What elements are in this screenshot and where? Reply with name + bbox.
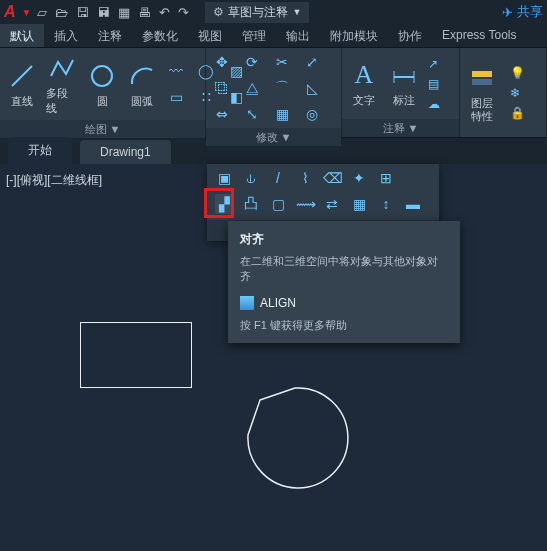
- panel-modify: ✥ ⟳ ✂ ⤢ ⿻ ⧋ ⌒ ◺ ⇔ ⤡ ▦ ◎ 修改 ▼: [206, 48, 342, 137]
- text-icon: A: [348, 59, 380, 91]
- join-icon[interactable]: ⫝: [242, 170, 260, 186]
- stretch-icon[interactable]: ⇔: [212, 104, 232, 124]
- rotate-icon[interactable]: ⟳: [242, 52, 262, 72]
- arc-label: 圆弧: [131, 94, 153, 109]
- tab-view[interactable]: 视图: [188, 24, 232, 47]
- tab-output[interactable]: 输出: [276, 24, 320, 47]
- viewport-label[interactable]: [-][俯视][二维线框]: [6, 172, 102, 189]
- edit-hatch-icon[interactable]: ⇄: [323, 196, 341, 212]
- circle-icon: [86, 60, 118, 92]
- tooltip-description: 在二维和三维空间中将对象与其他对象对齐: [240, 254, 448, 284]
- panel-layers: 图层 特性 💡 ❄ 🔒: [460, 48, 547, 137]
- arc-icon: [126, 60, 158, 92]
- tab-parametric[interactable]: 参数化: [132, 24, 188, 47]
- web-icon[interactable]: ▦: [118, 5, 130, 20]
- save-icon[interactable]: 🖫: [76, 5, 89, 20]
- open-icon[interactable]: 🗁: [55, 5, 68, 20]
- edit-polyline-icon[interactable]: ▢: [269, 196, 287, 212]
- panel-modify-title[interactable]: 修改 ▼: [206, 128, 341, 146]
- spline-icon[interactable]: 〰: [166, 61, 186, 81]
- tab-insert[interactable]: 插入: [44, 24, 88, 47]
- tab-express[interactable]: Express Tools: [432, 24, 526, 47]
- share-button[interactable]: ✈ 共享: [502, 3, 543, 21]
- tab-manage[interactable]: 管理: [232, 24, 276, 47]
- line-button[interactable]: 直线: [6, 60, 38, 109]
- table-icon[interactable]: ▤: [428, 77, 440, 91]
- cloud-icon[interactable]: ☁: [428, 97, 440, 111]
- tab-collab[interactable]: 协作: [388, 24, 432, 47]
- tooltip: 对齐 在二维和三维空间中将对象与其他对象对齐 ALIGN 按 F1 键获得更多帮…: [228, 221, 460, 343]
- align-command-icon: [240, 296, 254, 310]
- edit-spline-icon[interactable]: ⟿: [296, 196, 314, 212]
- layer-bulb-icon[interactable]: 💡: [510, 66, 525, 80]
- explode-icon[interactable]: ✦: [350, 170, 368, 186]
- edit-array-icon[interactable]: ▦: [350, 196, 368, 212]
- rect-icon[interactable]: ▭: [166, 87, 186, 107]
- lengthen-icon[interactable]: 凸: [242, 195, 260, 213]
- plot-icon[interactable]: 🖶: [138, 5, 151, 20]
- drawn-rectangle[interactable]: [80, 322, 192, 388]
- offset-icon[interactable]: ◎: [302, 104, 322, 124]
- layerprops-button[interactable]: 图层 特性: [466, 63, 498, 121]
- tab-default[interactable]: 默认: [0, 24, 44, 47]
- draworder-icon[interactable]: ▬: [404, 196, 422, 212]
- breakpoint-icon[interactable]: ⌇: [296, 170, 314, 186]
- setbase-icon[interactable]: ▣: [215, 170, 233, 186]
- layer-freeze-icon[interactable]: ❄: [510, 86, 525, 100]
- app-menu-arrow[interactable]: ▼: [22, 7, 32, 18]
- undo-icon[interactable]: ↶: [159, 5, 170, 20]
- chamfer-icon[interactable]: ◺: [302, 78, 322, 98]
- align-icon[interactable]: ▞: [215, 194, 233, 214]
- dimension-icon: [388, 59, 420, 91]
- line-icon: [6, 60, 38, 92]
- polyline-button[interactable]: 多段线: [46, 52, 78, 116]
- svg-rect-5: [472, 71, 492, 77]
- erase-icon[interactable]: ⌫: [323, 170, 341, 186]
- layerprops-icon: [466, 63, 498, 95]
- chevron-down-icon: ▼: [292, 7, 301, 17]
- ribbon-tabs: 默认 插入 注释 参数化 视图 管理 输出 附加模块 协作 Express To…: [0, 24, 547, 48]
- text-button[interactable]: A 文字: [348, 59, 380, 108]
- saveas-icon[interactable]: 🖬: [97, 5, 110, 20]
- title-bar: A ▼ ▱ 🗁 🖫 🖬 ▦ 🖶 ↶ ↷ ⚙ 草图与注释 ▼ ✈ 共享: [0, 0, 547, 24]
- drawing-viewport[interactable]: [-][俯视][二维线框] ▣ ⫝ / ⌇ ⌫ ✦ ⊞ ▞ 凸 ▢ ⟿ ⇄ ▦ …: [0, 164, 547, 551]
- tooltip-title: 对齐: [240, 231, 448, 248]
- new-icon[interactable]: ▱: [37, 5, 47, 20]
- dimension-label: 标注: [393, 93, 415, 108]
- array-icon[interactable]: ▦: [272, 104, 292, 124]
- drawn-blob-shape[interactable]: [240, 380, 350, 490]
- leader-icon[interactable]: ↗: [428, 57, 440, 71]
- quick-access-toolbar: ▱ 🗁 🖫 🖬 ▦ 🖶 ↶ ↷: [37, 5, 189, 20]
- fillet-icon[interactable]: ⌒: [272, 78, 292, 98]
- extend-icon[interactable]: ⤢: [302, 52, 322, 72]
- app-logo: A: [4, 3, 16, 21]
- dimension-button[interactable]: 标注: [388, 59, 420, 108]
- tab-annotate[interactable]: 注释: [88, 24, 132, 47]
- layer-lock-icon[interactable]: 🔒: [510, 106, 525, 120]
- overkill-icon[interactable]: ⊞: [377, 170, 395, 186]
- doc-tab-drawing[interactable]: Drawing1: [80, 140, 171, 164]
- redo-icon[interactable]: ↷: [178, 5, 189, 20]
- break-icon[interactable]: /: [269, 170, 287, 186]
- mirror-icon[interactable]: ⧋: [242, 78, 262, 98]
- scale-icon[interactable]: ⤡: [242, 104, 262, 124]
- trim-icon[interactable]: ✂: [272, 52, 292, 72]
- move-icon[interactable]: ✥: [212, 52, 232, 72]
- reverse-icon[interactable]: ↕: [377, 196, 395, 212]
- circle-button[interactable]: 圆: [86, 60, 118, 109]
- panel-annotation: A 文字 标注 ↗ ▤ ☁ 注释 ▼: [342, 48, 460, 137]
- workspace-dropdown[interactable]: ⚙ 草图与注释 ▼: [205, 2, 309, 23]
- workspace-label: 草图与注释: [228, 4, 288, 21]
- arc-button[interactable]: 圆弧: [126, 60, 158, 109]
- doc-tab-start[interactable]: 开始: [8, 137, 72, 164]
- gear-icon: ⚙: [213, 5, 224, 19]
- panel-draw-title[interactable]: 绘图 ▼: [0, 120, 205, 138]
- tab-addins[interactable]: 附加模块: [320, 24, 388, 47]
- circle-label: 圆: [97, 94, 108, 109]
- panel-draw: 直线 多段线 圆 圆弧 〰 ◯ ▨ ▭ ∷ ◧ 绘图 ▼: [0, 48, 206, 137]
- ribbon: 直线 多段线 圆 圆弧 〰 ◯ ▨ ▭ ∷ ◧ 绘图 ▼: [0, 48, 547, 138]
- panel-annotation-title[interactable]: 注释 ▼: [342, 119, 459, 137]
- svg-line-0: [12, 66, 32, 86]
- copy-icon[interactable]: ⿻: [212, 78, 232, 98]
- text-label: 文字: [353, 93, 375, 108]
